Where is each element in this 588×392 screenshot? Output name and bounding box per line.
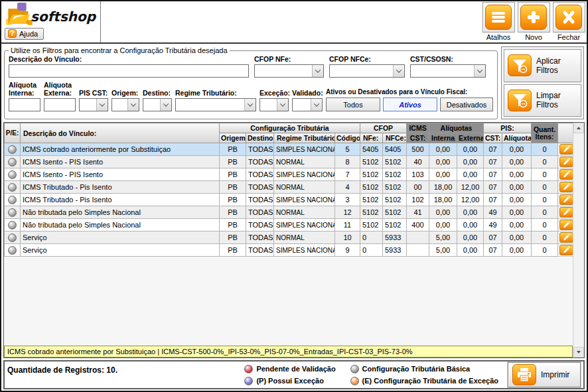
- cell-pis-cst[interactable]: 07: [484, 194, 502, 206]
- cfop-nfce-select[interactable]: [329, 64, 405, 78]
- cell-destino[interactable]: TODAS: [246, 244, 274, 257]
- pe-cell[interactable]: [5, 244, 21, 257]
- apply-filters-button[interactable]: Aplicar Filtros: [504, 49, 581, 82]
- edit-button[interactable]: [559, 182, 573, 192]
- cell-cfop-nfce[interactable]: 5102: [383, 168, 407, 181]
- cell-destino[interactable]: TODAS: [246, 194, 274, 206]
- cell-icms-cst[interactable]: [407, 231, 429, 244]
- cell-descricao[interactable]: ICMS Isento - PIS Isento: [21, 156, 220, 168]
- cell-regime[interactable]: SIMPLES NACIONAL: [274, 194, 335, 206]
- cell-regime[interactable]: SIMPLES NACIONAL: [274, 143, 335, 156]
- cell-codigo[interactable]: 7: [335, 168, 360, 181]
- destino-select[interactable]: [143, 98, 172, 111]
- cell-pis-cst[interactable]: 49: [484, 219, 502, 231]
- table-row[interactable]: ICMS Isento - PIS Isento PB TODAS NORMAL…: [5, 156, 575, 168]
- edit-button[interactable]: [559, 144, 573, 155]
- scroll-up-button[interactable]: [573, 123, 584, 133]
- cell-codigo[interactable]: 12: [335, 206, 360, 219]
- cell-aliquota-externa[interactable]: 12,00: [457, 181, 484, 194]
- cell-codigo[interactable]: 3: [335, 194, 360, 206]
- cell-pis-cst[interactable]: 07: [484, 143, 502, 156]
- cell-pis-aliquota[interactable]: 0,00: [502, 168, 532, 181]
- cell-regime[interactable]: NORMAL: [274, 231, 335, 244]
- cell-cfop-nfce[interactable]: 5933: [383, 231, 407, 244]
- cell-aliquota-interna[interactable]: 5,00: [429, 231, 457, 244]
- cell-cfop-nfe[interactable]: 5102: [360, 194, 383, 206]
- cell-origem[interactable]: PB: [220, 219, 246, 231]
- edit-button[interactable]: [559, 157, 573, 167]
- cell-aliquota-interna[interactable]: 18,00: [429, 194, 457, 206]
- cell-pis-cst[interactable]: 07: [484, 231, 502, 244]
- cell-aliquota-externa[interactable]: 0,00: [457, 206, 484, 219]
- cell-cfop-nfe[interactable]: 5102: [360, 219, 383, 231]
- cell-pis-aliquota[interactable]: 0,00: [502, 194, 532, 206]
- cell-quant-itens[interactable]: 0: [532, 231, 558, 244]
- cell-cfop-nfe[interactable]: 5102: [360, 156, 383, 168]
- cell-aliquota-externa[interactable]: 0,00: [457, 143, 484, 156]
- cst-csosn-select[interactable]: [410, 64, 486, 78]
- cell-aliquota-externa[interactable]: 0,00: [457, 168, 484, 181]
- cell-pis-cst[interactable]: 07: [484, 168, 502, 181]
- cell-cfop-nfe[interactable]: 5102: [360, 206, 383, 219]
- cell-descricao[interactable]: ICMS Tributado - Pis Isento: [21, 181, 220, 194]
- cell-origem[interactable]: PB: [220, 168, 246, 181]
- cell-cfop-nfce[interactable]: 5102: [383, 156, 407, 168]
- cell-cfop-nfce[interactable]: 5405: [383, 143, 407, 156]
- cell-aliquota-interna[interactable]: 0,00: [429, 156, 457, 168]
- table-row[interactable]: Serviço PB TODAS SIMPLES NACIONAL 9 0 59…: [5, 244, 575, 257]
- cell-regime[interactable]: SIMPLES NACIONAL: [274, 219, 335, 231]
- table-row[interactable]: ICMS Isento - PIS Isento PB TODAS SIMPLE…: [5, 168, 575, 181]
- pe-cell[interactable]: [5, 219, 21, 231]
- cell-cfop-nfe[interactable]: 5102: [360, 181, 383, 194]
- cell-regime[interactable]: NORMAL: [274, 181, 335, 194]
- cell-codigo[interactable]: 8: [335, 156, 360, 168]
- cell-cfop-nfce[interactable]: 5102: [383, 194, 407, 206]
- pe-cell[interactable]: [5, 231, 21, 244]
- cell-pis-aliquota[interactable]: 0,00: [502, 244, 532, 257]
- cfop-nfe-select[interactable]: [254, 64, 324, 78]
- cell-aliquota-interna[interactable]: 0,00: [429, 143, 457, 156]
- cell-icms-cst[interactable]: 500: [407, 143, 429, 156]
- cell-destino[interactable]: TODAS: [246, 156, 274, 168]
- cell-icms-cst[interactable]: 41: [407, 206, 429, 219]
- cell-quant-itens[interactable]: 0: [532, 194, 558, 206]
- cell-aliquota-externa[interactable]: 0,00: [457, 244, 484, 257]
- cell-cfop-nfce[interactable]: 5933: [383, 244, 407, 257]
- cell-pis-aliquota[interactable]: 0,00: [502, 181, 532, 194]
- cell-quant-itens[interactable]: 0: [532, 143, 558, 156]
- cell-icms-cst[interactable]: 103: [407, 168, 429, 181]
- cell-quant-itens[interactable]: 0: [532, 168, 558, 181]
- cell-regime[interactable]: NORMAL: [274, 156, 335, 168]
- cell-icms-cst[interactable]: 102: [407, 194, 429, 206]
- cell-aliquota-interna[interactable]: 0,00: [429, 206, 457, 219]
- cell-cfop-nfce[interactable]: 5102: [383, 181, 407, 194]
- cell-codigo[interactable]: 4: [335, 181, 360, 194]
- cell-regime[interactable]: NORMAL: [274, 206, 335, 219]
- segment-todos-button[interactable]: Todos: [326, 98, 380, 111]
- edit-button[interactable]: [559, 245, 573, 255]
- cell-descricao[interactable]: Serviço: [21, 244, 220, 257]
- excecao-select[interactable]: [259, 98, 289, 111]
- cell-quant-itens[interactable]: 0: [532, 244, 558, 257]
- cell-pis-cst[interactable]: 07: [484, 244, 502, 257]
- cell-pis-cst[interactable]: 07: [484, 156, 502, 168]
- cell-descricao[interactable]: ICMS cobrado anteriormente por Substitui…: [21, 143, 220, 156]
- cell-icms-cst[interactable]: 400: [407, 219, 429, 231]
- table-row[interactable]: ICMS cobrado anteriormente por Substitui…: [5, 143, 575, 156]
- table-row[interactable]: Não tributada pelo Simples Nacional PB T…: [5, 206, 575, 219]
- pe-cell[interactable]: [5, 194, 21, 206]
- cell-pis-cst[interactable]: 49: [484, 206, 502, 219]
- cell-cfop-nfe[interactable]: 0: [360, 244, 383, 257]
- segment-desativados-button[interactable]: Desativados: [440, 98, 493, 111]
- pe-cell[interactable]: [5, 156, 21, 168]
- cell-descricao[interactable]: Não tributada pelo Simples Nacional: [21, 219, 220, 231]
- cell-origem[interactable]: PB: [220, 181, 246, 194]
- pis-cst-select[interactable]: [79, 98, 108, 111]
- cell-origem[interactable]: PB: [220, 231, 246, 244]
- cell-aliquota-externa[interactable]: 0,00: [457, 156, 484, 168]
- cell-codigo[interactable]: 9: [335, 244, 360, 257]
- cell-codigo[interactable]: 11: [335, 219, 360, 231]
- regime-select[interactable]: [175, 98, 256, 111]
- pe-cell[interactable]: [5, 206, 21, 219]
- vertical-scrollbar[interactable]: [573, 123, 584, 358]
